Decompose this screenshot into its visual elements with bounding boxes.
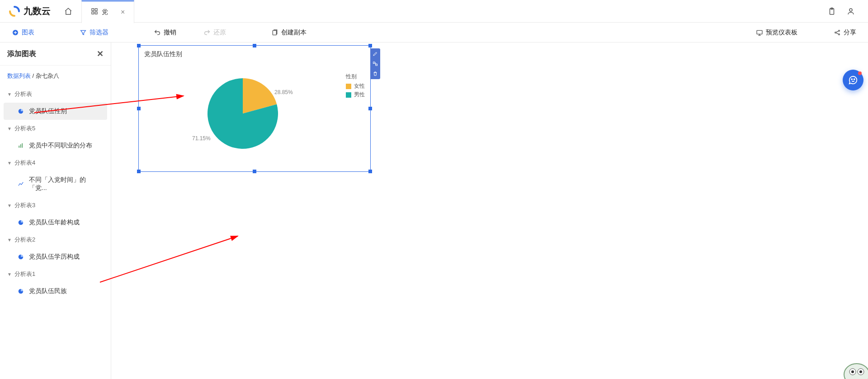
user-button[interactable] (843, 3, 859, 19)
filter-button[interactable]: 筛选器 (75, 27, 113, 38)
svg-point-12 (839, 33, 840, 35)
sidebar-chart-item[interactable]: 党员队伍年龄构成 (4, 214, 107, 231)
chart-side-tools (370, 48, 380, 79)
group-label: 分析表1 (14, 270, 35, 278)
add-chart-button[interactable]: 图表 (7, 27, 39, 38)
resize-handle[interactable] (137, 107, 141, 110)
sidebar-item-label: 党员队伍年龄构成 (29, 218, 80, 227)
undo-button[interactable]: 撤销 (149, 27, 181, 38)
dashboard-icon (91, 8, 98, 16)
legend-item: 女性 (346, 82, 365, 90)
resize-handle[interactable] (368, 170, 372, 173)
sidebar-item-label: 党员队伍性别 (29, 107, 67, 115)
svg-rect-16 (373, 62, 375, 64)
close-icon[interactable]: ✕ (97, 49, 104, 59)
svg-point-25 (851, 370, 854, 373)
tab-label: 党 (102, 8, 108, 16)
duplicate-label: 创建副本 (281, 28, 307, 37)
svg-point-20 (851, 79, 852, 80)
chevron-down-icon: ▼ (7, 161, 12, 166)
sidebar-title: 添加图表 (7, 49, 36, 59)
svg-line-19 (100, 236, 238, 282)
pie-chart-icon (17, 253, 24, 261)
chevron-down-icon: ▼ (7, 92, 12, 97)
preview-label: 预览仪表板 (766, 28, 797, 37)
clipboard-button[interactable] (824, 3, 840, 19)
annotation-arrow (98, 232, 247, 287)
group-label: 分析表4 (14, 159, 35, 167)
sidebar-group-header[interactable]: ▼分析表4 (0, 155, 111, 171)
bar-chart-icon (17, 142, 24, 149)
duplicate-button[interactable]: 创建副本 (267, 27, 311, 38)
resize-handle[interactable] (137, 44, 141, 47)
sidebar-group-header[interactable]: ▼分析表2 (0, 232, 111, 247)
svg-rect-15 (22, 143, 23, 148)
svg-rect-8 (273, 30, 276, 35)
brand-name: 九数云 (24, 5, 51, 17)
sidebar-chart-item[interactable]: 党员队伍民族 (4, 283, 107, 300)
resize-handle[interactable] (368, 107, 372, 110)
brand-logo-icon (9, 6, 20, 17)
svg-rect-17 (376, 64, 377, 66)
pct-label-male: 71.15% (192, 135, 211, 142)
pie-chart (207, 77, 279, 150)
tab-active[interactable]: 党 × (81, 0, 134, 23)
resize-handle[interactable] (368, 44, 372, 47)
tab-close-icon[interactable]: × (121, 8, 125, 16)
sidebar-item-label: 党员队伍学历构成 (29, 253, 80, 261)
legend: 性别 女性 男性 (346, 73, 365, 99)
resize-handle[interactable] (137, 170, 141, 173)
pie-chart-icon (17, 288, 24, 295)
resize-handle[interactable] (253, 170, 256, 173)
svg-point-22 (844, 364, 868, 379)
svg-rect-14 (20, 144, 21, 148)
legend-item: 男性 (346, 91, 365, 99)
breadcrumb-rest: / 杂七杂八 (31, 72, 59, 79)
svg-point-11 (839, 30, 840, 31)
sidebar-item-label: 党员队伍民族 (29, 287, 67, 295)
undo-label: 撤销 (164, 28, 176, 37)
breadcrumb: 数据列表 / 杂七杂八 (0, 66, 111, 86)
chat-fab[interactable] (843, 70, 863, 90)
svg-point-10 (835, 32, 836, 33)
home-button[interactable] (60, 3, 77, 20)
pie-chart-icon (17, 219, 24, 226)
chart-card[interactable]: 党员队伍性别 28.85% 71.15% 性别 女性 男性 (138, 45, 371, 172)
preview-button[interactable]: 预览仪表板 (751, 27, 802, 38)
svg-rect-1 (95, 9, 97, 11)
delete-icon[interactable] (372, 70, 379, 77)
sidebar-chart-item[interactable]: 不同「入党时间」的「党... (4, 171, 107, 197)
resize-handle[interactable] (253, 44, 256, 47)
group-label: 分析表 (14, 90, 32, 98)
sidebar-group-header[interactable]: ▼分析表5 (0, 121, 111, 136)
share-button[interactable]: 分享 (829, 27, 861, 38)
edit-icon[interactable] (372, 50, 379, 57)
link-icon[interactable] (372, 60, 379, 67)
redo-button[interactable]: 还原 (199, 27, 231, 38)
sidebar-group-header[interactable]: ▼分析表3 (0, 198, 111, 213)
sidebar-chart-item[interactable]: 党员队伍学历构成 (4, 248, 107, 265)
sidebar-chart-item[interactable]: 党员队伍性别 (4, 103, 107, 120)
legend-label: 男性 (354, 91, 365, 99)
toolbar: 图表 筛选器 撤销 还原 创建副本 预览仪表板 分享 (0, 23, 868, 43)
mascot-icon (836, 352, 868, 379)
sidebar-header: 添加图表 ✕ (0, 43, 111, 66)
canvas[interactable]: 党员队伍性别 28.85% 71.15% 性别 女性 男性 (111, 43, 868, 379)
svg-rect-0 (92, 9, 94, 11)
svg-rect-3 (95, 12, 97, 14)
brand: 九数云 (9, 5, 51, 17)
pie-chart-icon (17, 108, 24, 115)
sidebar-group-header[interactable]: ▼分析表 (0, 86, 111, 102)
breadcrumb-link[interactable]: 数据列表 (7, 72, 31, 79)
sidebar-item-label: 党员中不同职业的分布 (29, 142, 92, 150)
svg-rect-9 (757, 30, 762, 34)
group-label: 分析表3 (14, 201, 35, 209)
main-area: 添加图表 ✕ 数据列表 / 杂七杂八 ▼分析表党员队伍性别▼分析表5党员中不同职… (0, 43, 868, 379)
chevron-down-icon: ▼ (7, 237, 12, 242)
filter-label: 筛选器 (90, 28, 108, 37)
sidebar-chart-item[interactable]: 党员中不同职业的分布 (4, 137, 107, 154)
notification-dot-icon (858, 71, 862, 75)
swatch-icon (346, 84, 351, 89)
svg-rect-2 (92, 12, 94, 14)
sidebar-group-header[interactable]: ▼分析表1 (0, 266, 111, 282)
